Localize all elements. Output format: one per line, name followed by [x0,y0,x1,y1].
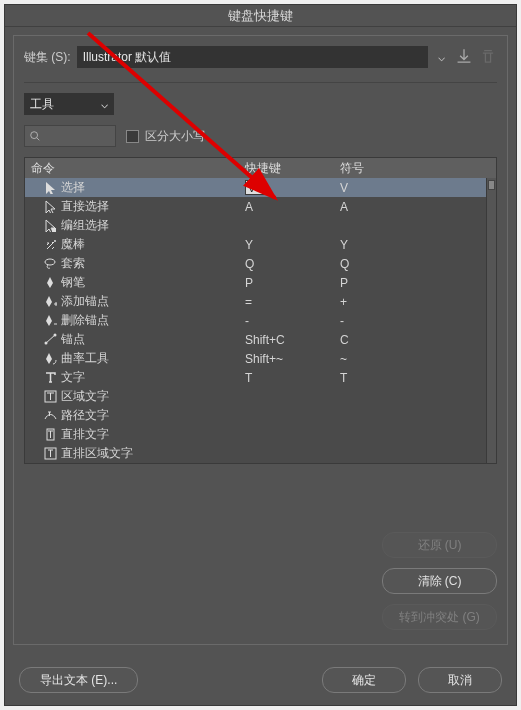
svg-point-3 [45,259,55,265]
undo-button: 还原 (U) [382,532,497,558]
shortcut-cell[interactable]: Shift+~ [245,352,340,366]
table-row[interactable]: 编组选择 [25,216,496,235]
table-row[interactable]: 添加锚点=+ [25,292,496,311]
group-sel-icon [25,219,61,232]
col-shortcut[interactable]: 快捷键 [245,160,340,177]
svg-rect-1 [52,228,56,232]
table-row[interactable]: 路径文字 [25,406,496,425]
shortcut-cell[interactable]: V× [245,180,340,195]
table-row[interactable]: 曲率工具Shift+~~ [25,349,496,368]
scrollbar-thumb[interactable] [488,180,495,190]
command-name: 直排文字 [61,426,245,443]
anchor-icon [25,333,61,346]
shortcut-cell[interactable]: Y [245,238,340,252]
keyset-label: 键集 (S): [24,49,71,66]
command-name: 路径文字 [61,407,245,424]
table-row[interactable]: 魔棒YY [25,235,496,254]
export-text-button[interactable]: 导出文本 (E)... [19,667,138,693]
wand-icon [25,238,61,251]
search-box[interactable] [24,125,116,147]
symbol-cell: P [340,276,420,290]
direct-icon [25,200,61,213]
col-symbol[interactable]: 符号 [340,160,450,177]
command-name: 直排区域文字 [61,445,245,462]
command-name: 套索 [61,255,245,272]
del-anchor-icon [25,314,61,327]
clear-button[interactable]: 清除 (C) [382,568,497,594]
keyset-dropdown-arrow[interactable]: ⌵ [434,50,449,64]
dialog-title: 键盘快捷键 [5,5,516,27]
table-row[interactable]: 文字TT [25,368,496,387]
command-name: 文字 [61,369,245,386]
clear-shortcut-icon[interactable]: × [257,182,263,193]
add-anchor-icon [25,295,61,308]
shortcut-cell[interactable]: T [245,371,340,385]
lasso-icon [25,257,61,270]
case-sensitive-checkbox[interactable]: 区分大小写 [126,128,205,145]
dialog-footer: 导出文本 (E)... 确定 取消 [19,667,502,693]
table-row[interactable]: 选择V×V [25,178,496,197]
shortcut-edit-input[interactable]: V× [245,180,266,195]
svg-point-5 [54,334,57,337]
pen-icon [25,276,61,289]
shortcut-cell[interactable]: A [245,200,340,214]
v-type-icon [25,428,61,441]
table-header: 命令 快捷键 符号 [25,158,496,178]
col-command[interactable]: 命令 [25,160,245,177]
ok-button[interactable]: 确定 [322,667,406,693]
command-name: 编组选择 [61,217,245,234]
symbol-cell: + [340,295,420,309]
v-area-type-icon [25,447,61,460]
save-keyset-icon[interactable] [455,48,473,66]
command-name: 曲率工具 [61,350,245,367]
curvature-icon [25,352,61,365]
table-row[interactable]: 套索QQ [25,254,496,273]
divider [24,82,497,83]
dialog-body: 键集 (S): ⌵ 工具 ⌵ 区分大小写 命令 快捷键 [13,35,508,645]
table-row[interactable]: 锚点Shift+CC [25,330,496,349]
shortcuts-table: 命令 快捷键 符号 选择V×V直接选择AA编组选择魔棒YY套索QQ钢笔PP添加锚… [24,157,497,464]
category-value: 工具 [30,96,54,113]
path-type-icon [25,409,61,422]
symbol-cell: Q [340,257,420,271]
shortcut-cell[interactable]: Shift+C [245,333,340,347]
command-name: 区域文字 [61,388,245,405]
shortcut-cell[interactable]: - [245,314,340,328]
symbol-cell: - [340,314,420,328]
scrollbar[interactable] [486,178,496,463]
cancel-button[interactable]: 取消 [418,667,502,693]
command-name: 选择 [61,179,245,196]
command-name: 删除锚点 [61,312,245,329]
action-buttons: 还原 (U) 清除 (C) 转到冲突处 (G) [382,532,497,630]
command-name: 魔棒 [61,236,245,253]
symbol-cell: A [340,200,420,214]
table-row[interactable]: 直排区域文字 [25,444,496,463]
keyset-select[interactable] [77,46,428,68]
area-type-icon [25,390,61,403]
svg-point-0 [31,132,38,139]
search-input[interactable] [41,129,111,143]
table-row[interactable]: 删除锚点-- [25,311,496,330]
shortcut-cell[interactable]: = [245,295,340,309]
chevron-down-icon: ⌵ [101,97,108,111]
table-row[interactable]: 钢笔PP [25,273,496,292]
category-select[interactable]: 工具 ⌵ [24,93,114,115]
type-icon [25,371,61,384]
delete-keyset-icon [479,48,497,66]
keyset-row: 键集 (S): ⌵ [24,46,497,68]
svg-point-2 [54,240,56,242]
table-row[interactable]: 直排文字 [25,425,496,444]
shortcut-cell[interactable]: Q [245,257,340,271]
search-icon [29,130,41,142]
symbol-cell: ~ [340,352,420,366]
goto-conflict-button: 转到冲突处 (G) [382,604,497,630]
command-name: 直接选择 [61,198,245,215]
table-row[interactable]: 区域文字 [25,387,496,406]
checkbox-box [126,130,139,143]
table-body: 选择V×V直接选择AA编组选择魔棒YY套索QQ钢笔PP添加锚点=+删除锚点--锚… [25,178,496,463]
keyboard-shortcuts-dialog: 键盘快捷键 键集 (S): ⌵ 工具 ⌵ 区分大小写 命 [4,4,517,706]
symbol-cell: V [340,181,420,195]
shortcut-cell[interactable]: P [245,276,340,290]
symbol-cell: T [340,371,420,385]
table-row[interactable]: 直接选择AA [25,197,496,216]
